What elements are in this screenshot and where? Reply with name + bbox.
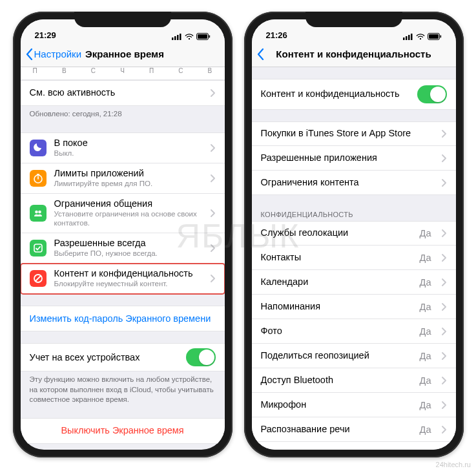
notch	[305, 12, 402, 27]
cell-label: Контент и конфиденциальность	[261, 89, 409, 99]
back-button[interactable]	[257, 48, 264, 60]
privacy-row[interactable]: НапоминанияДа	[252, 295, 456, 319]
chevron-left-icon	[26, 48, 33, 60]
privacy-row[interactable]: Поделиться геопозициейДа	[252, 344, 456, 368]
svg-rect-3	[180, 34, 181, 40]
svg-rect-15	[408, 35, 410, 40]
weekday-label: С	[166, 67, 195, 79]
feature-row-moon[interactable]: В покоеВыкл.	[21, 132, 225, 163]
cell-value: Да	[420, 302, 431, 312]
feature-row-check[interactable]: Разрешенные всегдаВыберите ПО, нужное вс…	[21, 233, 225, 264]
chevron-right-icon	[211, 275, 216, 282]
feature-row-timer[interactable]: Лимиты приложенийЛимитируйте время для П…	[21, 163, 225, 194]
settings-row[interactable]: Покупки в iTunes Store и App Store	[252, 121, 456, 146]
turn-off-screen-time-button[interactable]: Выключить Экранное время	[21, 418, 225, 444]
source-credit: 24hitech.ru	[436, 461, 471, 468]
cell-sublabel: Установите ограничения на основе своих к…	[54, 210, 203, 228]
cell-value: Да	[420, 228, 431, 238]
updated-footer: Обновлено: сегодня, 21:28	[21, 106, 225, 121]
share-footer: Эту функцию можно включить на любом устр…	[21, 372, 225, 406]
svg-rect-18	[429, 34, 439, 39]
settings-row[interactable]: Ограничения контента	[252, 171, 456, 195]
cell-label: Распознавание речи	[261, 424, 412, 435]
privacy-row[interactable]: КалендариДа	[252, 270, 456, 295]
people-icon	[30, 205, 47, 222]
svg-rect-5	[198, 34, 207, 39]
chevron-right-icon	[442, 377, 447, 384]
cell-label: Контент и конфиденциальность	[54, 268, 203, 279]
nav-bar: Контент и конфиденциальность	[252, 41, 456, 67]
chevron-right-icon	[442, 154, 447, 162]
weekday-row: ПВСЧПСВ	[21, 67, 225, 80]
svg-rect-13	[403, 37, 405, 40]
weekday-label: П	[137, 67, 166, 79]
change-passcode-button[interactable]: Изменить код-пароль Экранного времени	[21, 306, 225, 331]
cell-label: Поделиться геопозицией	[261, 350, 412, 361]
svg-rect-11	[34, 244, 42, 252]
cell-label: Фото	[261, 326, 412, 337]
svg-rect-16	[411, 34, 413, 40]
notch	[74, 12, 171, 27]
feature-row-people[interactable]: Ограничения общенияУстановите ограничени…	[21, 194, 225, 233]
nav-title: Контент и конфиденциальность	[252, 48, 456, 59]
privacy-row[interactable]: РекламаДа	[252, 442, 456, 450]
cell-label: Выключить Экранное время	[30, 425, 216, 436]
cell-value: Да	[420, 424, 431, 435]
chevron-right-icon	[442, 179, 447, 187]
chevron-right-icon	[211, 209, 216, 217]
chevron-right-icon	[442, 328, 447, 335]
cell-value: Да	[420, 351, 431, 361]
privacy-row[interactable]: МикрофонДа	[252, 393, 456, 417]
privacy-row[interactable]: ФотоДа	[252, 319, 456, 344]
cell-label: Ограничения контента	[261, 177, 434, 188]
cell-label: Лимиты приложений	[54, 168, 203, 179]
cell-sublabel: Лимитируйте время для ПО.	[54, 180, 203, 189]
status-time: 21:26	[266, 30, 287, 40]
settings-row[interactable]: Разрешенные приложения	[252, 146, 456, 171]
chevron-right-icon	[442, 426, 447, 434]
weekday-label: Ч	[108, 67, 137, 79]
cell-label: Микрофон	[261, 399, 412, 410]
chevron-right-icon	[211, 174, 216, 182]
toggle-switch-on[interactable]	[417, 85, 447, 103]
see-all-activity[interactable]: См. всю активность	[21, 80, 225, 106]
back-button[interactable]: Настройки	[26, 48, 82, 60]
cell-value: Да	[420, 277, 431, 288]
cell-label: См. всю активность	[30, 87, 203, 98]
chevron-right-icon	[211, 144, 216, 152]
phone-frame-right: 21:26 Контент и конфиденциальность Конте…	[244, 12, 464, 457]
privacy-row[interactable]: Службы геолокацииДа	[252, 221, 456, 246]
chevron-right-icon	[211, 89, 216, 97]
cell-label: Разрешенные всегда	[54, 238, 203, 249]
cell-label: Службы геолокации	[261, 227, 412, 238]
status-icons	[403, 33, 442, 40]
cell-sublabel: Выберите ПО, нужное всегда.	[54, 249, 203, 258]
chevron-right-icon	[442, 229, 447, 237]
cell-label: Учет на всех устройствах	[30, 352, 178, 363]
weekday-label: В	[195, 67, 224, 79]
moon-icon	[30, 140, 47, 156]
privacy-row[interactable]: КонтактыДа	[252, 246, 456, 270]
svg-rect-19	[440, 36, 441, 38]
chevron-right-icon	[442, 401, 447, 409]
share-across-devices-toggle-row[interactable]: Учет на всех устройствах	[21, 343, 225, 372]
feature-row-nosign[interactable]: Контент и конфиденциальностьБлокируйте н…	[21, 264, 225, 294]
chevron-right-icon	[442, 254, 447, 262]
cell-label: Реклама	[261, 448, 412, 450]
svg-point-10	[38, 211, 41, 214]
chevron-right-icon	[442, 303, 447, 311]
content-privacy-master-toggle-row[interactable]: Контент и конфиденциальность	[252, 79, 456, 110]
cell-value: Да	[420, 400, 431, 410]
toggle-switch-on[interactable]	[186, 348, 216, 366]
cell-label: В покое	[54, 138, 203, 149]
svg-rect-2	[177, 35, 179, 40]
nav-title: Экранное время	[85, 48, 164, 59]
privacy-section-header: КОНФИДЕНЦИАЛЬНОСТЬ	[252, 207, 456, 221]
back-label: Настройки	[34, 48, 82, 59]
chevron-right-icon	[442, 278, 447, 286]
privacy-row[interactable]: Распознавание речиДа	[252, 417, 456, 442]
svg-rect-0	[172, 37, 174, 40]
cell-label: Контакты	[261, 252, 412, 263]
cell-sublabel: Блокируйте неуместный контент.	[54, 280, 203, 289]
privacy-row[interactable]: Доступ BluetoothДа	[252, 368, 456, 393]
